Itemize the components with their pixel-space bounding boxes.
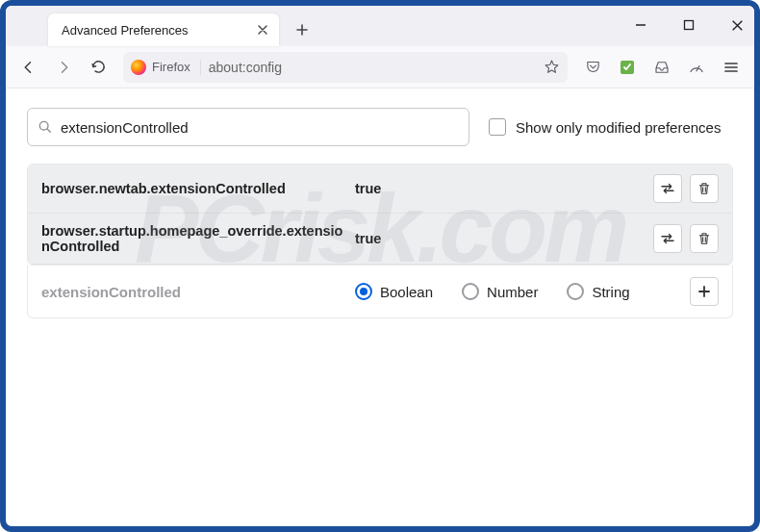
forward-button[interactable] (48, 52, 79, 83)
checkbox-icon[interactable] (489, 118, 506, 136)
star-icon[interactable] (544, 59, 560, 75)
type-radio-boolean[interactable]: Boolean (355, 283, 433, 300)
close-tab-icon[interactable] (256, 23, 269, 37)
identity-label: Firefox (152, 60, 190, 74)
type-radio-string[interactable]: String (567, 283, 629, 300)
pref-value: true (355, 231, 644, 246)
radio-label: String (592, 284, 629, 300)
toggle-button[interactable] (653, 224, 682, 253)
new-tab-button[interactable] (289, 16, 316, 43)
delete-button[interactable] (690, 174, 719, 203)
radio-label: Number (487, 284, 538, 300)
firefox-logo-icon (131, 60, 146, 75)
radio-label: Boolean (380, 284, 433, 300)
svg-rect-0 (685, 21, 694, 30)
pref-search-box[interactable] (27, 108, 469, 146)
new-pref-name: extensionControlled (41, 284, 345, 300)
minimize-button[interactable] (627, 12, 654, 38)
inbox-button[interactable] (646, 52, 677, 83)
tab-advanced-preferences[interactable]: Advanced Preferences (48, 13, 279, 46)
pocket-button[interactable] (577, 52, 608, 83)
pref-actions (653, 174, 719, 203)
pref-name: browser.startup.homepage_override.extens… (41, 223, 345, 254)
pref-row[interactable]: browser.newtab.extensionControlled true (28, 165, 732, 214)
url-bar[interactable]: Firefox about:config (123, 52, 568, 83)
pref-name: browser.newtab.extensionControlled (41, 181, 345, 196)
pref-actions (653, 224, 719, 253)
radio-icon (567, 283, 584, 300)
url-text: about:config (209, 60, 282, 75)
search-icon (38, 119, 53, 135)
pref-search-input[interactable] (61, 119, 459, 136)
show-only-modified-toggle[interactable]: Show only modified preferences (489, 118, 721, 136)
tab-bar: Advanced Preferences (6, 6, 754, 46)
show-only-modified-label: Show only modified preferences (516, 119, 721, 136)
pref-row[interactable]: browser.startup.homepage_override.extens… (28, 214, 732, 265)
search-row: Show only modified preferences (27, 108, 733, 146)
tab-title: Advanced Preferences (62, 23, 189, 38)
back-button[interactable] (13, 52, 44, 83)
maximize-button[interactable] (675, 12, 702, 38)
window-frame: Advanced Preferences (0, 0, 760, 532)
window-controls (627, 12, 750, 38)
new-pref-row: extensionControlled Boolean Number Strin… (27, 266, 733, 318)
about-config-content: PCrisk.com Show only modified preference… (6, 89, 754, 338)
type-radio-number[interactable]: Number (462, 283, 538, 300)
pref-value: true (355, 181, 644, 196)
speed-button[interactable] (681, 52, 712, 83)
site-identity[interactable]: Firefox (131, 60, 201, 75)
close-window-button[interactable] (723, 12, 750, 38)
type-radios: Boolean Number String (355, 283, 680, 300)
prefs-table: browser.newtab.extensionControlled true … (27, 164, 733, 266)
radio-icon (462, 283, 479, 300)
menu-button[interactable] (716, 52, 747, 83)
radio-icon (355, 283, 372, 300)
reload-button[interactable] (83, 52, 114, 83)
toggle-button[interactable] (653, 174, 682, 203)
extension-button[interactable] (612, 52, 643, 83)
nav-toolbar: Firefox about:config (6, 46, 754, 89)
delete-button[interactable] (690, 224, 719, 253)
add-pref-button[interactable] (690, 277, 719, 306)
